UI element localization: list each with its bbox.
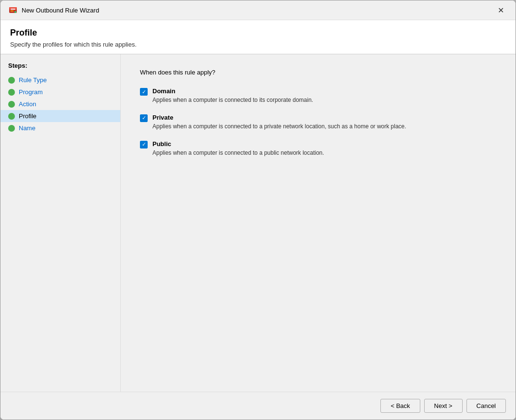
checkbox-wrapper-domain[interactable]: ✓ bbox=[140, 88, 148, 96]
checkbox-item-private: ✓ Private Applies when a computer is con… bbox=[140, 114, 496, 131]
checkbox-private[interactable]: ✓ bbox=[140, 114, 148, 122]
sidebar-item-label-name: Name bbox=[19, 124, 36, 132]
svg-point-4 bbox=[14, 11, 16, 13]
page-title: Profile bbox=[10, 28, 506, 38]
window-title: New Outbound Rule Wizard bbox=[22, 7, 99, 14]
checkbox-text-public: Public Applies when a computer is connec… bbox=[152, 140, 324, 157]
sidebar-item-profile[interactable]: Profile bbox=[0, 110, 120, 122]
checkbox-title-domain: Domain bbox=[152, 87, 313, 95]
step-dot-program bbox=[8, 89, 15, 96]
checkbox-domain[interactable]: ✓ bbox=[140, 88, 148, 96]
checkbox-text-private: Private Applies when a computer is conne… bbox=[152, 114, 406, 131]
sidebar-item-name[interactable]: Name bbox=[0, 122, 120, 134]
checkmark-private: ✓ bbox=[142, 115, 146, 121]
sidebar-item-label-action: Action bbox=[19, 100, 36, 108]
checkbox-desc-public: Applies when a computer is connected to … bbox=[152, 149, 324, 157]
checkbox-title-public: Public bbox=[152, 140, 324, 148]
title-bar-left: New Outbound Rule Wizard bbox=[8, 5, 99, 15]
page-subtitle: Specify the profiles for which this rule… bbox=[10, 41, 506, 48]
checkbox-item-domain: ✓ Domain Applies when a computer is conn… bbox=[140, 87, 496, 104]
checkbox-wrapper-public[interactable]: ✓ bbox=[140, 141, 148, 148]
close-button[interactable]: ✕ bbox=[493, 5, 508, 15]
step-dot-profile bbox=[8, 113, 15, 120]
main-content: Steps: Rule Type Program Action Profile … bbox=[0, 54, 516, 392]
sidebar-item-label-program: Program bbox=[19, 88, 43, 96]
checkbox-group: ✓ Domain Applies when a computer is conn… bbox=[140, 87, 496, 157]
app-icon bbox=[8, 5, 18, 15]
checkbox-item-public: ✓ Public Applies when a computer is conn… bbox=[140, 140, 496, 157]
checkbox-public[interactable]: ✓ bbox=[140, 141, 148, 148]
dialog-window: New Outbound Rule Wizard ✕ Profile Speci… bbox=[0, 0, 516, 420]
checkbox-wrapper-private[interactable]: ✓ bbox=[140, 114, 148, 122]
svg-rect-3 bbox=[11, 11, 13, 12]
header-section: Profile Specify the profiles for which t… bbox=[0, 20, 516, 54]
checkmark-public: ✓ bbox=[142, 142, 146, 147]
footer: < Back Next > Cancel bbox=[0, 392, 516, 420]
step-dot-name bbox=[8, 125, 15, 132]
steps-label: Steps: bbox=[0, 62, 120, 74]
checkbox-desc-domain: Applies when a computer is connected to … bbox=[152, 96, 313, 104]
when-label: When does this rule apply? bbox=[140, 69, 496, 76]
cancel-button[interactable]: Cancel bbox=[466, 399, 506, 413]
checkbox-desc-private: Applies when a computer is connected to … bbox=[152, 123, 406, 131]
sidebar: Steps: Rule Type Program Action Profile … bbox=[0, 54, 121, 392]
title-bar: New Outbound Rule Wizard ✕ bbox=[0, 0, 516, 20]
checkbox-title-private: Private bbox=[152, 114, 406, 121]
step-dot-rule-type bbox=[8, 77, 15, 84]
sidebar-item-rule-type[interactable]: Rule Type bbox=[0, 74, 120, 86]
sidebar-item-program[interactable]: Program bbox=[0, 86, 120, 98]
next-button[interactable]: Next > bbox=[424, 399, 463, 413]
svg-rect-2 bbox=[11, 9, 15, 10]
sidebar-item-action[interactable]: Action bbox=[0, 98, 120, 110]
back-button[interactable]: < Back bbox=[380, 399, 420, 413]
sidebar-item-label-rule-type: Rule Type bbox=[19, 76, 47, 84]
sidebar-item-label-profile: Profile bbox=[19, 112, 37, 120]
step-dot-action bbox=[8, 101, 15, 108]
checkmark-domain: ✓ bbox=[142, 89, 146, 95]
checkbox-text-domain: Domain Applies when a computer is connec… bbox=[152, 87, 313, 104]
content-area: When does this rule apply? ✓ Domain Appl… bbox=[121, 54, 516, 392]
